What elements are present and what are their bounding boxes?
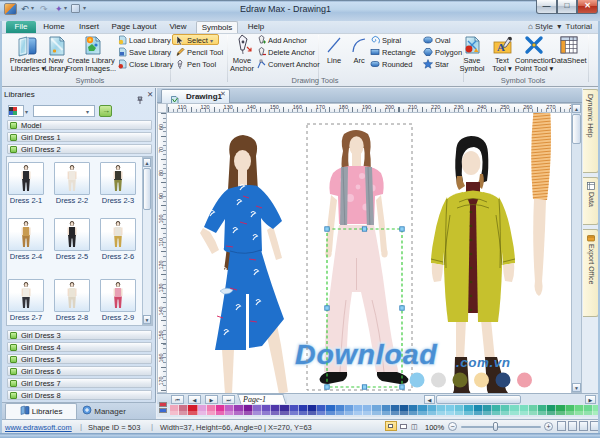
svg-text:.com.vn: .com.vn [456, 355, 511, 370]
svg-text:Download: Download [295, 338, 438, 370]
